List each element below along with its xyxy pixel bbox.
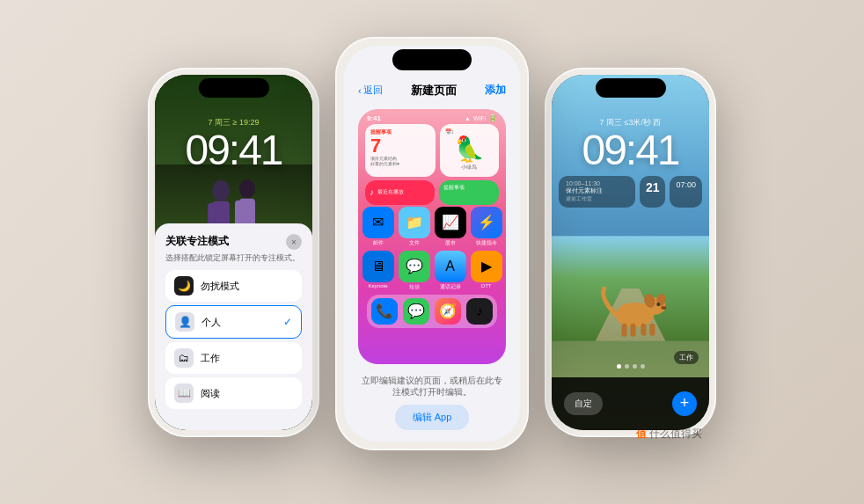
center-bottom-section: 立即编辑建议的页面，或稍后在此专注模式打开时编辑。 编辑 App bbox=[344, 368, 520, 438]
center-nav-title: 新建页面 bbox=[411, 83, 457, 99]
right-time2: 07:00 bbox=[676, 180, 696, 189]
right-alarm-widget: 07:00 bbox=[670, 176, 702, 208]
dynamic-island-left bbox=[199, 78, 269, 98]
reminder-widget: 提醒事项 bbox=[439, 180, 499, 205]
edit-app-button[interactable]: 编辑 App bbox=[395, 405, 470, 430]
mail-label: 邮件 bbox=[373, 239, 384, 247]
app-row-2: 🖥 Keynote 💬 短信 A 通话记录 bbox=[365, 251, 499, 291]
focus-item-work[interactable]: 🗂 工作 bbox=[165, 342, 302, 374]
focus-item-reading-label: 阅读 bbox=[201, 387, 293, 400]
calendar-date: 7 bbox=[370, 136, 430, 156]
duolingo-icon: 🦜 bbox=[454, 135, 485, 164]
svg-point-15 bbox=[661, 305, 666, 309]
left-screen: 照片 7 周三 ≥ 19:29 09:41 关联专注模式 × 选择搭配此锁定屏幕… bbox=[155, 75, 312, 430]
calendar-event: 项目元素结构好看的元素和♥ bbox=[370, 156, 430, 167]
dot-1 bbox=[617, 364, 621, 369]
app-grid: ✉ 邮件 📁 文件 📈 股市 bbox=[358, 207, 506, 291]
widget-row-mid: ♪ 最近在播放 提醒事项 bbox=[358, 179, 506, 207]
focus-mode-modal: 关联专注模式 × 选择搭配此锁定屏幕打开的专注模式。 🌙 勿扰模式 👤 个人 ✓ bbox=[155, 223, 312, 429]
page-dots bbox=[617, 364, 645, 369]
svg-point-1 bbox=[212, 180, 230, 201]
dock-music-icon[interactable]: ♪ bbox=[466, 298, 493, 325]
music-label: 最近在播放 bbox=[377, 189, 404, 195]
right-calendar-widget: 21 bbox=[640, 176, 666, 208]
files-label: 文件 bbox=[409, 239, 420, 247]
work-label: 工作 bbox=[674, 351, 699, 364]
right-widgets-row: 10:00–11:30 保付元素标注 避前工作室 21 07:00 bbox=[559, 176, 702, 208]
ott-label: OTT bbox=[481, 283, 492, 289]
reminder-label: 提醒事项 bbox=[443, 185, 494, 191]
moon-icon: 🌙 bbox=[174, 276, 194, 296]
focus-item-work-label: 工作 bbox=[201, 352, 293, 365]
svg-point-14 bbox=[656, 302, 660, 305]
right-task: 避前工作室 bbox=[566, 195, 628, 203]
mail-icon: ✉ bbox=[362, 207, 394, 238]
focus-item-check-icon: ✓ bbox=[283, 316, 292, 328]
stocks-label: 股市 bbox=[445, 239, 456, 247]
briefcase-icon: 🗂 bbox=[174, 348, 194, 368]
app-cell-ott[interactable]: ▶ OTT bbox=[471, 251, 502, 291]
music-widget: ♪ 最近在播放 bbox=[365, 180, 435, 205]
right-time-range: 10:00–11:30 bbox=[566, 180, 628, 186]
focus-modal-title: 关联专注模式 bbox=[165, 234, 229, 249]
focus-item-reading[interactable]: 📖 阅读 bbox=[165, 377, 302, 409]
add-page-button[interactable]: 添加 bbox=[485, 83, 506, 98]
app-cell-message[interactable]: 💬 短信 bbox=[399, 251, 430, 291]
dot-2 bbox=[625, 364, 629, 369]
right-schedule-widget: 10:00–11:30 保付元素标注 避前工作室 bbox=[559, 176, 635, 208]
customize-button[interactable]: 自定 bbox=[564, 392, 603, 415]
dot-3 bbox=[633, 364, 637, 369]
app-cell-stocks[interactable]: 📈 股市 bbox=[435, 207, 466, 247]
left-phone: 照片 7 周三 ≥ 19:29 09:41 关联专注模式 × 选择搭配此锁定屏幕… bbox=[148, 68, 319, 437]
center-screen: ‹ 返回 新建页面 添加 9:41 ▲ WiFi 🔋 bbox=[344, 46, 520, 442]
focus-item-donotdisturb-label: 勿扰模式 bbox=[201, 280, 293, 293]
duolingo-label: 小绿鸟 bbox=[458, 164, 480, 175]
focus-item-donotdisturb[interactable]: 🌙 勿扰模式 bbox=[165, 270, 302, 302]
shortcuts-label: 快捷指令 bbox=[476, 239, 497, 247]
widget-row-top: 提醒事项 7 项目元素结构好看的元素和♥ 📅1 🦜 小绿鸟 bbox=[358, 122, 506, 179]
right-bottom-bar: 自定 + bbox=[552, 377, 709, 430]
svg-rect-19 bbox=[649, 323, 655, 335]
svg-rect-18 bbox=[641, 323, 646, 335]
calendar-widget: 提醒事项 7 项目元素结构好看的元素和♥ bbox=[365, 124, 436, 177]
keynote-label: Keynote bbox=[368, 283, 387, 289]
dock-phone-icon[interactable]: 📞 bbox=[371, 298, 398, 325]
dock: 📞 💬 🧭 ♪ bbox=[367, 295, 497, 328]
focus-modal-close-button[interactable]: × bbox=[286, 234, 302, 250]
stocks-icon: 📈 bbox=[435, 207, 466, 238]
message-icon: 💬 bbox=[399, 251, 430, 282]
preview-signal: ▲ WiFi 🔋 bbox=[465, 114, 497, 122]
left-time-display: 09:41 bbox=[155, 126, 312, 174]
appstore-icon: A bbox=[435, 251, 466, 282]
shortcuts-icon: ⚡ bbox=[471, 207, 502, 238]
person-icon: 👤 bbox=[175, 312, 194, 332]
appstore-label: 通话记录 bbox=[440, 283, 461, 291]
dynamic-island-center bbox=[392, 49, 472, 70]
duolingo-widget: 📅1 🦜 小绿鸟 bbox=[440, 124, 500, 177]
right-screen: 照片 7 周三 ≤3米/秒 西 09:41 10:00–11:30 保付元素标注… bbox=[552, 75, 709, 430]
right-time-display: 09:41 bbox=[552, 126, 709, 174]
app-row-1: ✉ 邮件 📁 文件 📈 股市 bbox=[365, 207, 499, 247]
app-cell-keynote[interactable]: 🖥 Keynote bbox=[362, 251, 394, 291]
svg-rect-16 bbox=[622, 323, 627, 336]
book-icon: 📖 bbox=[174, 383, 194, 403]
homescreen-preview-card: 9:41 ▲ WiFi 🔋 提醒事项 7 项目元素结构好看的元素和♥ bbox=[358, 109, 506, 364]
message-label: 短信 bbox=[409, 283, 420, 291]
right-event: 保付元素标注 bbox=[566, 186, 628, 195]
app-cell-shortcuts[interactable]: ⚡ 快捷指令 bbox=[471, 207, 502, 247]
dock-safari-icon[interactable]: 🧭 bbox=[435, 298, 461, 325]
focus-modal-description: 选择搭配此锁定屏幕打开的专注模式。 bbox=[165, 253, 302, 263]
svg-rect-17 bbox=[631, 323, 636, 336]
right-calendar-num: 21 bbox=[646, 180, 660, 194]
back-button[interactable]: ‹ 返回 bbox=[358, 84, 383, 97]
app-cell-files[interactable]: 📁 文件 bbox=[399, 207, 430, 247]
preview-time: 9:41 bbox=[367, 114, 381, 122]
add-button[interactable]: + bbox=[672, 391, 697, 416]
dock-sms-icon[interactable]: 💬 bbox=[403, 298, 429, 325]
ott-icon: ▶ bbox=[471, 251, 502, 282]
focus-item-personal[interactable]: 👤 个人 ✓ bbox=[165, 305, 302, 339]
app-cell-mail[interactable]: ✉ 邮件 bbox=[362, 207, 394, 247]
right-phone: 照片 7 周三 ≤3米/秒 西 09:41 10:00–11:30 保付元素标注… bbox=[545, 68, 716, 437]
files-icon: 📁 bbox=[399, 207, 430, 238]
app-cell-appstore[interactable]: A 通话记录 bbox=[435, 251, 466, 291]
